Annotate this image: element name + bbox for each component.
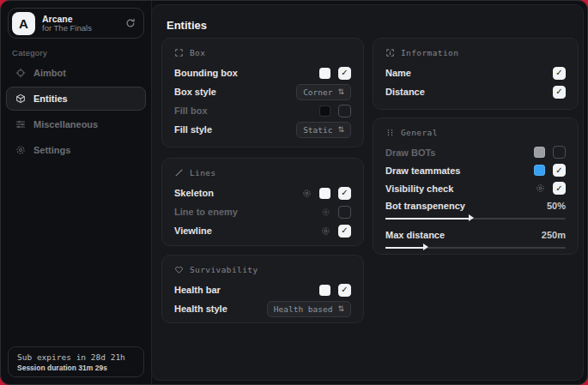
setting-row-fill-box: Fill box (174, 101, 351, 120)
setting-row-line-to-enemy: Line to enemy (174, 202, 351, 221)
setting-row-name: Name (385, 63, 566, 82)
slider-fill (385, 247, 425, 249)
setting-row-draw-bots: Draw BOTs (385, 143, 566, 161)
sidebar-item-settings[interactable]: Settings (6, 138, 146, 162)
slider-fill (385, 218, 470, 220)
setting-row-distance: Distance (385, 82, 566, 101)
desktop-background: A Arcane for The Finals Category (0, 0, 588, 385)
subscription-card: Sub expires in 28d 21h Session duration … (8, 346, 144, 377)
checkbox[interactable] (553, 182, 566, 195)
color-swatch[interactable] (319, 105, 330, 117)
setting-row-draw-teammates: Draw teammates (385, 161, 566, 179)
setting-row-max-distance: Max distance 250m (385, 226, 566, 243)
page-title: Entities (167, 19, 207, 32)
setting-row-box-style: Box style Corner ⇅ (174, 82, 351, 101)
checkbox[interactable] (338, 67, 351, 80)
sync-icon[interactable] (125, 18, 136, 28)
slider-value: 50% (547, 201, 566, 211)
section-title: Lines (190, 168, 216, 177)
fill-style-dropdown[interactable]: Static ⇅ (296, 122, 351, 138)
session-duration-text: Session duration 31m 29s (17, 364, 135, 372)
checkbox[interactable] (338, 284, 351, 297)
setting-row-viewline: Viewline (174, 221, 351, 240)
setting-row-skeleton: Skeleton (174, 183, 351, 202)
sidebar-item-miscellaneous[interactable]: Miscellaneous (6, 112, 146, 136)
sidebar: A Arcane for The Finals Category (1, 1, 152, 384)
updown-arrows-icon: ⇅ (337, 126, 344, 134)
sidebar-item-label: Entities (33, 93, 68, 104)
bot-transparency-slider[interactable] (385, 214, 566, 222)
app-name: Arcane (42, 14, 92, 24)
heart-icon (174, 265, 184, 274)
box-card: Box Bounding box Box style Corner ⇅ (161, 38, 364, 147)
checkbox[interactable] (553, 146, 566, 159)
diagonal-line-icon (174, 168, 184, 177)
grid-dots-icon (385, 128, 395, 137)
lines-card: Lines Skeleton Line to enemy (161, 158, 364, 246)
health-style-dropdown[interactable]: Health based ⇅ (267, 301, 351, 317)
gear-icon (15, 145, 26, 155)
sub-expiry-text: Sub expires in 28d 21h (17, 352, 135, 362)
information-card: Information Name Distance (373, 38, 579, 110)
app-window: A Arcane for The Finals Category (0, 0, 588, 385)
section-title: Box (190, 48, 205, 57)
setting-row-bounding-box: Bounding box (174, 63, 351, 82)
category-label: Category (12, 48, 47, 57)
setting-row-bot-transparency: Bot transpenency 50% (385, 197, 566, 214)
section-title: Survivability (190, 265, 258, 274)
info-scan-icon (385, 48, 395, 57)
setting-row-fill-style: Fill style Static ⇅ (174, 120, 351, 139)
main-panel: Entities Box Bounding box (151, 4, 584, 381)
color-swatch[interactable] (319, 68, 330, 79)
checkbox[interactable] (553, 164, 566, 177)
survivability-card: Survivability Health bar Health style He… (161, 255, 364, 323)
setting-row-health-bar: Health bar (174, 280, 351, 299)
sidebar-item-label: Aimbot (33, 68, 66, 78)
checkbox[interactable] (338, 105, 351, 117)
app-logo: A (12, 12, 35, 35)
app-header-card: A Arcane for The Finals (8, 8, 144, 39)
setting-row-health-style: Health style Health based ⇅ (174, 299, 351, 318)
checkbox[interactable] (553, 86, 566, 99)
updown-arrows-icon: ⇅ (337, 305, 344, 313)
color-swatch[interactable] (319, 188, 330, 199)
general-card: General Draw BOTs Draw teammates (373, 117, 579, 255)
checkbox[interactable] (338, 206, 351, 219)
color-swatch[interactable] (319, 285, 330, 296)
gear-icon[interactable] (321, 226, 330, 236)
sidebar-item-entities[interactable]: Entities (6, 87, 146, 111)
slider-value: 250m (542, 230, 566, 240)
sidebar-item-label: Miscellaneous (33, 119, 98, 129)
section-title: General (401, 128, 438, 137)
max-distance-slider[interactable] (385, 244, 566, 251)
corner-brackets-icon (174, 48, 184, 57)
sidebar-item-aimbot[interactable]: Aimbot (6, 61, 146, 85)
gear-icon[interactable] (536, 183, 545, 193)
checkbox[interactable] (338, 225, 351, 238)
crosshair-icon (15, 68, 26, 78)
slider-thumb[interactable] (423, 244, 428, 250)
checkbox[interactable] (553, 67, 566, 80)
color-swatch[interactable] (534, 147, 545, 158)
setting-row-visibility-check: Visibility check (385, 179, 566, 197)
checkbox[interactable] (338, 187, 351, 200)
section-title: Information (401, 48, 458, 57)
slider-thumb[interactable] (469, 214, 474, 221)
gear-icon[interactable] (302, 189, 312, 198)
app-subtitle: for The Finals (42, 24, 92, 33)
sidebar-item-label: Settings (33, 145, 70, 155)
cube-icon (15, 93, 26, 104)
box-style-dropdown[interactable]: Corner ⇅ (296, 84, 351, 100)
gear-icon[interactable] (321, 208, 330, 217)
sliders-icon (15, 119, 26, 129)
sidebar-nav: Aimbot Entities Mi (6, 61, 146, 162)
color-swatch[interactable] (534, 165, 545, 176)
updown-arrows-icon: ⇅ (337, 88, 344, 96)
